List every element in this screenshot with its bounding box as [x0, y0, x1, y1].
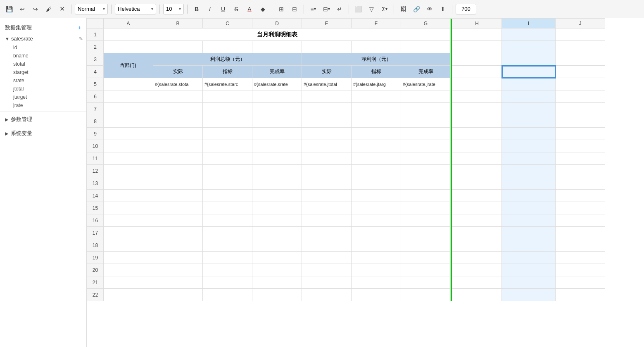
- cell-E5-jtotal[interactable]: #{salesrate.jtotal: [302, 78, 352, 90]
- fill-color-button[interactable]: ◆: [257, 3, 269, 15]
- underline-button[interactable]: U: [217, 3, 229, 15]
- cell-net-profit-header[interactable]: 净利润（元）: [302, 53, 451, 66]
- bold-button[interactable]: B: [191, 3, 202, 15]
- cell-actual1-header[interactable]: 实际: [153, 66, 203, 78]
- sidebar-field-jtotal[interactable]: jtotal: [0, 85, 86, 93]
- sidebar-field-starget[interactable]: starget: [0, 68, 86, 76]
- cell-D5-srate[interactable]: #{salesrate.srate: [252, 78, 302, 90]
- sidebar-field-bname[interactable]: bname: [0, 52, 86, 60]
- edit-dataset-icon[interactable]: ✎: [79, 36, 83, 42]
- col-header-F[interactable]: F: [352, 19, 401, 29]
- align-button[interactable]: ≡ ▾: [307, 3, 319, 15]
- cell-profit-total-header[interactable]: 利润总额（元）: [153, 53, 302, 66]
- cell-A2[interactable]: [104, 41, 153, 53]
- cell-J4[interactable]: [556, 66, 605, 78]
- image-button[interactable]: 🖼: [397, 3, 409, 15]
- italic-button[interactable]: I: [204, 3, 216, 15]
- merge-button[interactable]: ⊟: [289, 3, 300, 15]
- sidebar-field-id[interactable]: id: [0, 43, 86, 52]
- cell-D2[interactable]: [252, 41, 302, 53]
- cell-dept-header[interactable]: #(部门): [104, 53, 153, 78]
- sidebar-dataset-salesrate[interactable]: ▼ salesrate ✎: [0, 34, 86, 43]
- col-header-J[interactable]: J: [556, 19, 605, 29]
- sidebar-field-jrate[interactable]: jrate: [0, 101, 86, 109]
- strikethrough-icon: S: [234, 6, 238, 12]
- col-header-A[interactable]: A: [104, 19, 153, 29]
- style-dropdown[interactable]: Normal ▾: [75, 4, 108, 14]
- freeze-button[interactable]: ⬜: [352, 3, 364, 15]
- row-num-21: 21: [87, 276, 104, 289]
- cell-I2[interactable]: [502, 41, 556, 53]
- cell-H3[interactable]: [452, 53, 502, 66]
- add-dataset-button[interactable]: +: [78, 24, 81, 31]
- font-color-button[interactable]: A: [244, 3, 255, 15]
- cell-B5-stotal[interactable]: #{salesrate.stota: [153, 78, 203, 90]
- cell-C5-starget[interactable]: #{salesrate.starc: [203, 78, 252, 90]
- image-icon: 🖼: [400, 6, 406, 12]
- eye-button[interactable]: 👁: [424, 3, 435, 15]
- cell-I4-selected[interactable]: [502, 66, 556, 78]
- cell-J2[interactable]: [556, 41, 605, 53]
- format-button[interactable]: 🖌: [43, 3, 55, 15]
- cell-G5-jrate[interactable]: #{salesrate.jrate: [401, 78, 451, 90]
- col-header-B[interactable]: B: [153, 19, 203, 29]
- col-header-G[interactable]: G: [401, 19, 451, 29]
- separator2: [111, 5, 112, 14]
- cell-C2[interactable]: [203, 41, 252, 53]
- formula-button[interactable]: Σ ▾: [379, 3, 390, 15]
- undo-button[interactable]: ↩: [17, 3, 28, 15]
- col-header-C[interactable]: C: [203, 19, 252, 29]
- field-label-srate: srate: [13, 78, 24, 83]
- cell-I1[interactable]: [502, 29, 556, 41]
- row-num-20: 20: [87, 264, 104, 276]
- cell-J1[interactable]: [556, 29, 605, 41]
- share-button[interactable]: ⬆: [437, 3, 449, 15]
- sidebar-field-srate[interactable]: srate: [0, 76, 86, 85]
- strikethrough-button[interactable]: S: [231, 3, 242, 15]
- size-dropdown[interactable]: 10 ▾: [163, 4, 184, 14]
- sidebar-section-vars[interactable]: ▶ 系统变量: [0, 127, 86, 140]
- cell-completion2-header[interactable]: 完成率: [401, 66, 451, 78]
- valign-button[interactable]: ⊟ ▾: [321, 3, 332, 15]
- size-dropdown-value: 10: [166, 6, 177, 12]
- row-num-19: 19: [87, 252, 104, 264]
- cell-target1-header[interactable]: 指标: [203, 66, 252, 78]
- link-button[interactable]: 🔗: [411, 3, 422, 15]
- zoom-input[interactable]: [456, 4, 476, 14]
- cell-A1-title[interactable]: 当月利润明细表: [104, 29, 451, 41]
- actual1-label: 实际: [173, 69, 183, 74]
- cell-completion1-header[interactable]: 完成率: [252, 66, 302, 78]
- cell-B2[interactable]: [153, 41, 203, 53]
- cell-J5[interactable]: [556, 78, 605, 90]
- spreadsheet-area[interactable]: A B C D E F G H I J 1: [87, 18, 644, 347]
- clear-icon: ✕: [59, 5, 65, 13]
- border-button[interactable]: ⊞: [276, 3, 287, 15]
- sidebar-section-params[interactable]: ▶ 参数管理: [0, 113, 86, 126]
- cell-H4[interactable]: [452, 66, 502, 78]
- cell-target2-header[interactable]: 指标: [352, 66, 401, 78]
- cell-A5[interactable]: [104, 78, 153, 90]
- sidebar-field-jtarget[interactable]: jtarget: [0, 93, 86, 101]
- cell-F5-jtarget[interactable]: #{salesrate.jtarg: [352, 78, 401, 90]
- wrap-button[interactable]: ↵: [334, 3, 345, 15]
- cell-E2[interactable]: [302, 41, 352, 53]
- cell-I3[interactable]: [502, 53, 556, 66]
- sidebar-field-stotal[interactable]: stotal: [0, 60, 86, 68]
- cell-I5[interactable]: [502, 78, 556, 90]
- col-header-H[interactable]: H: [452, 19, 502, 29]
- col-header-D[interactable]: D: [252, 19, 302, 29]
- cell-G2[interactable]: [401, 41, 451, 53]
- save-button[interactable]: 💾: [3, 3, 15, 15]
- cell-H5[interactable]: [452, 78, 502, 90]
- filter-button[interactable]: ▽: [366, 3, 377, 15]
- col-header-I[interactable]: I: [502, 19, 556, 29]
- cell-H1[interactable]: [452, 29, 502, 41]
- cell-J3[interactable]: [556, 53, 605, 66]
- font-dropdown[interactable]: Helvetica ▾: [115, 4, 156, 14]
- clear-button[interactable]: ✕: [56, 3, 68, 15]
- cell-F2[interactable]: [352, 41, 401, 53]
- col-header-E[interactable]: E: [302, 19, 352, 29]
- cell-actual2-header[interactable]: 实际: [302, 66, 352, 78]
- cell-H2[interactable]: [452, 41, 502, 53]
- redo-button[interactable]: ↪: [30, 3, 41, 15]
